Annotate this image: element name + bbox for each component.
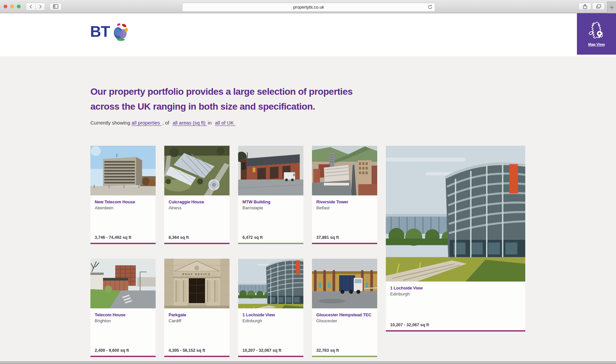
property-photo[interactable] <box>90 259 156 308</box>
property-city: Belfast <box>316 205 373 210</box>
property-photo[interactable]: POST OFFICE <box>164 259 230 308</box>
page-title-line1: Our property portfolio provides a large … <box>90 84 526 99</box>
filter-separator-2: in <box>208 120 212 126</box>
filter-separator-1: , of <box>162 120 169 126</box>
property-size: 32,763 sq ft <box>316 348 339 353</box>
window-bottom-edge <box>0 361 616 364</box>
property-card-gloucester-hempstead-tec[interactable]: Gloucester Hempstead TEC Gloucester 32,7… <box>312 259 377 357</box>
address-bar[interactable]: propertybt.co.uk <box>182 3 435 12</box>
property-card-lochside-view[interactable]: 1 Lochside View Edinburgh 10,207 - 32,06… <box>238 259 303 357</box>
property-size: 37,881 sq ft <box>316 235 339 240</box>
property-card-body: Riverside Tower Belfast 37,881 sq ft <box>312 195 377 243</box>
main-content: Our property portfolio provides a large … <box>0 84 616 357</box>
url-text: propertybt.co.uk <box>293 5 324 10</box>
browser-toolbar: propertybt.co.uk <box>0 0 616 13</box>
tabs-icon <box>596 4 601 9</box>
property-title-link[interactable]: Telecom House <box>95 312 151 317</box>
photo-carved-text: POST OFFICE <box>182 273 211 276</box>
property-photo[interactable] <box>312 259 377 308</box>
property-title-link[interactable]: 1 Lochside View <box>390 286 521 290</box>
chevron-left-icon <box>29 5 32 9</box>
share-button[interactable] <box>579 3 591 10</box>
filter-summary: Currently showing all properties, of all… <box>90 120 526 126</box>
map-view-button[interactable]: Map View <box>577 13 616 55</box>
zoom-button[interactable] <box>17 5 21 8</box>
property-card-body: MTW Building Barnstaple 6,472 sq ft <box>238 195 303 243</box>
property-photo[interactable] <box>90 146 156 195</box>
property-title-link[interactable]: 1 Lochside View <box>242 312 299 317</box>
bt-logo[interactable]: BT <box>90 21 130 39</box>
forward-button[interactable] <box>35 3 45 10</box>
bt-wordmark: BT <box>90 24 110 39</box>
minimize-button[interactable] <box>10 5 14 8</box>
plus-icon <box>610 5 614 10</box>
property-photo[interactable] <box>386 146 525 282</box>
property-city: Alness <box>169 205 225 210</box>
chevron-right-icon <box>39 5 42 9</box>
property-card-parkgate[interactable]: POST OFFICE <box>164 259 230 357</box>
browser-window: propertybt.co.uk <box>0 0 616 364</box>
property-card-featured-lochside-view[interactable]: 1 Lochside View Edinburgh 10,207 - 32,06… <box>386 146 525 332</box>
property-size: 8,364 sq ft <box>169 235 189 240</box>
property-photo[interactable] <box>164 146 230 195</box>
traffic-lights <box>4 5 21 8</box>
bt-globe-icon <box>111 21 130 42</box>
new-tab-button[interactable] <box>607 1 616 13</box>
site-header: BT Map View <box>0 13 616 56</box>
property-city: Barnstaple <box>242 205 299 210</box>
property-card-culcraggie-house[interactable]: Culcraggie House Alness 8,364 sq ft <box>164 146 230 244</box>
property-card-body: New Telecom House Aberdeen 3,746 - 74,49… <box>90 195 156 243</box>
back-button[interactable] <box>26 3 35 10</box>
property-card-body: 1 Lochside View Edinburgh 10,207 - 32,06… <box>386 282 525 330</box>
sidebar-toggle-button[interactable] <box>50 3 62 10</box>
property-city: Edinburgh <box>390 291 521 296</box>
property-card-body: Culcraggie House Alness 8,364 sq ft <box>164 195 230 243</box>
property-card-mtw-building[interactable]: MTW Building Barnstaple 6,472 sq ft <box>238 146 303 244</box>
nav-buttons <box>26 3 45 11</box>
toolbar-right-buttons <box>579 3 605 10</box>
page-title-line2: across the UK ranging in both size and s… <box>90 99 526 114</box>
property-city: Cardiff <box>169 318 225 323</box>
property-card-body: Parkgate Cardiff 4,305 - 58,152 sq ft <box>164 308 230 356</box>
property-card-body: Gloucester Hempstead TEC Gloucester 32,7… <box>312 308 377 356</box>
property-photo[interactable] <box>238 259 303 308</box>
property-size: 2,400 - 9,600 sq ft <box>95 348 129 353</box>
property-title-link[interactable]: Culcraggie House <box>169 199 225 204</box>
property-title-link[interactable]: MTW Building <box>242 199 299 204</box>
property-size: 6,472 sq ft <box>242 235 263 240</box>
property-city: Brighton <box>95 318 151 323</box>
close-button[interactable] <box>4 5 7 8</box>
property-title-link[interactable]: Parkgate <box>169 312 225 317</box>
property-title-link[interactable]: Riverside Tower <box>316 199 373 204</box>
reload-icon[interactable] <box>427 4 433 10</box>
page-title: Our property portfolio provides a large … <box>90 84 526 114</box>
property-size: 10,207 - 32,067 sq ft <box>242 348 281 353</box>
property-card-new-telecom-house[interactable]: New Telecom House Aberdeen 3,746 - 74,49… <box>90 146 156 244</box>
property-card-body: 1 Lochside View Edinburgh 10,207 - 32,06… <box>238 308 303 356</box>
share-icon <box>583 4 587 9</box>
map-view-label: Map View <box>588 42 605 46</box>
property-photo[interactable] <box>238 146 303 195</box>
property-card-telecom-house[interactable]: Telecom House Brighton 2,400 - 9,600 sq … <box>90 259 156 357</box>
sidebar-icon <box>53 4 58 9</box>
property-card-riverside-tower[interactable]: Riverside Tower Belfast 37,881 sq ft <box>312 146 377 244</box>
filter-properties-link[interactable]: all properties <box>131 120 162 126</box>
property-grid-small-cards: New Telecom House Aberdeen 3,746 - 74,49… <box>90 146 377 357</box>
property-grid: New Telecom House Aberdeen 3,746 - 74,49… <box>90 146 526 357</box>
property-city: Aberdeen <box>95 205 151 210</box>
property-photo[interactable] <box>312 146 377 195</box>
filter-areas-link[interactable]: all areas (sq ft) <box>173 120 207 126</box>
filter-region-link[interactable]: all of UK <box>215 120 235 126</box>
property-title-link[interactable]: New Telecom House <box>95 199 151 204</box>
property-card-body: Telecom House Brighton 2,400 - 9,600 sq … <box>90 308 156 356</box>
tabs-overview-button[interactable] <box>592 3 605 10</box>
property-size: 4,305 - 58,152 sq ft <box>169 348 205 353</box>
uk-map-icon <box>588 22 605 41</box>
property-city: Edinburgh <box>242 318 299 323</box>
filter-prefix: Currently showing <box>90 120 130 126</box>
property-title-link[interactable]: Gloucester Hempstead TEC <box>316 312 373 317</box>
property-size: 3,746 - 74,492 sq ft <box>95 235 131 240</box>
property-size: 10,207 - 32,067 sq ft <box>390 323 429 327</box>
property-city: Gloucester <box>316 318 373 323</box>
